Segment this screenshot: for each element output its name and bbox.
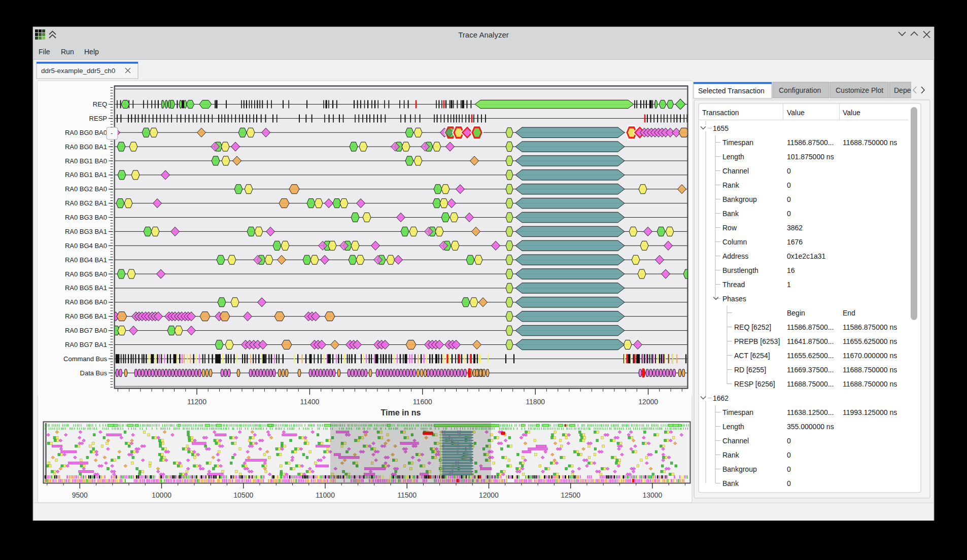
svg-text:11000: 11000 [316,491,335,499]
svg-text:Selected Transaction: Selected Transaction [698,87,765,95]
svg-text:1655: 1655 [713,124,729,132]
svg-text:RA0 BG6 BA0: RA0 BG6 BA0 [65,298,107,306]
svg-text:101.875000 ns: 101.875000 ns [787,153,834,161]
svg-text:11655.625000 ns: 11655.625000 ns [843,337,897,345]
svg-text:11200: 11200 [187,398,206,406]
svg-text:File: File [39,48,50,56]
svg-text:10000: 10000 [152,491,171,499]
svg-text:11688.750000 ns: 11688.750000 ns [843,138,897,147]
svg-text:11800: 11800 [526,398,545,406]
svg-text:Timespan: Timespan [722,408,753,416]
svg-text:RA0 BG4 BA1: RA0 BG4 BA1 [65,256,107,264]
svg-text:12000: 12000 [479,491,499,499]
svg-text:Bankgroup: Bankgroup [722,465,757,473]
svg-text:11638.12500...: 11638.12500... [787,408,834,416]
svg-text:0: 0 [787,195,791,203]
svg-text:REQ: REQ [93,100,107,108]
svg-text:0: 0 [787,437,791,445]
svg-text:Burstlength: Burstlength [722,266,758,274]
svg-text:-: - [111,129,113,137]
svg-text:11600: 11600 [413,398,432,406]
svg-text:11400: 11400 [300,398,319,406]
svg-text:11670.000000 ns: 11670.000000 ns [843,352,897,360]
svg-text:RA0 BG3 BA1: RA0 BG3 BA1 [65,228,107,235]
svg-text:11586.87500...: 11586.87500... [787,323,834,331]
svg-text:RA0 BG7 BA1: RA0 BG7 BA1 [65,341,107,348]
svg-text:RA0 BG3 BA0: RA0 BG3 BA0 [65,214,107,221]
svg-text:Rank: Rank [722,451,740,459]
svg-text:11993.125000 ns: 11993.125000 ns [843,408,897,416]
svg-text:RA0 BG0 BA0: RA0 BG0 BA0 [65,129,107,136]
svg-text:End: End [843,309,855,317]
svg-text:1: 1 [787,281,791,289]
svg-text:12500: 12500 [561,491,580,499]
svg-text:Value: Value [787,109,805,117]
svg-text:11500: 11500 [397,491,417,499]
svg-text:1662: 1662 [713,394,729,402]
svg-text:0: 0 [787,209,791,218]
svg-text:355.000000 ns: 355.000000 ns [787,423,834,431]
svg-text:RA0 BG6 BA1: RA0 BG6 BA1 [65,312,107,320]
svg-text:0: 0 [787,181,791,189]
svg-text:RA0 BG1 BA0: RA0 BG1 BA0 [65,157,107,165]
svg-text:RA0 BG0 BA1: RA0 BG0 BA1 [65,143,107,151]
svg-text:Column: Column [722,238,747,246]
svg-text:13000: 13000 [642,491,662,499]
svg-text:Channel: Channel [722,167,749,175]
svg-text:ddr5-example_ddr5_ch0: ddr5-example_ddr5_ch0 [41,67,115,75]
svg-text:0x1e2c1a31: 0x1e2c1a31 [787,252,826,260]
svg-text:Bank: Bank [722,209,739,218]
svg-text:9500: 9500 [72,491,88,499]
svg-text:RA0 BG2 BA1: RA0 BG2 BA1 [65,199,107,207]
svg-text:16: 16 [787,266,795,274]
svg-text:RESP: RESP [89,115,107,122]
svg-text:Time in ns: Time in ns [381,408,421,417]
svg-text:0: 0 [787,465,791,473]
svg-text:RA0 BG5 BA1: RA0 BG5 BA1 [65,284,107,292]
svg-text:0: 0 [787,451,791,459]
svg-text:0: 0 [787,479,791,487]
svg-text:Transaction: Transaction [702,109,739,117]
svg-text:11655.62500...: 11655.62500... [787,352,834,360]
svg-text:Rank: Rank [722,181,740,189]
svg-text:10500: 10500 [233,491,253,499]
svg-text:Phases: Phases [722,295,746,303]
svg-text:Timespan: Timespan [722,138,753,147]
svg-text:Address: Address [722,252,748,260]
svg-text:11688.750000 ns: 11688.750000 ns [843,366,897,374]
svg-text:RA0 BG2 BA0: RA0 BG2 BA0 [65,185,107,193]
svg-text:REQ [6252]: REQ [6252] [734,323,771,331]
svg-text:11669.37500...: 11669.37500... [787,366,834,374]
svg-text:Bankgroup: Bankgroup [722,195,757,203]
svg-text:3862: 3862 [787,224,803,232]
svg-text:Configuration: Configuration [779,86,821,94]
svg-text:Depe: Depe [894,86,911,94]
svg-text:11688.75000...: 11688.75000... [787,380,834,388]
svg-text:Bank: Bank [722,479,739,487]
svg-text:Customize Plot: Customize Plot [836,86,883,94]
svg-text:Begin: Begin [787,309,805,317]
svg-text:11586.87500...: 11586.87500... [787,138,834,147]
svg-text:Channel: Channel [722,437,749,445]
svg-text:12000: 12000 [638,398,658,406]
svg-text:Length: Length [722,423,744,431]
svg-text:RESP [6256]: RESP [6256] [734,380,775,388]
svg-text:11586.875000 ns: 11586.875000 ns [843,323,897,331]
svg-text:Thread: Thread [722,281,745,289]
svg-text:ACT [6254]: ACT [6254] [734,352,770,360]
svg-text:RA0 BG7 BA0: RA0 BG7 BA0 [65,327,107,334]
svg-text:11688.750000 ns: 11688.750000 ns [843,380,897,388]
svg-text:0: 0 [787,167,791,175]
svg-text:RA0 BG1 BA1: RA0 BG1 BA1 [65,171,107,179]
svg-text:Trace Analyzer: Trace Analyzer [458,30,509,39]
svg-text:RA0 BG5 BA0: RA0 BG5 BA0 [65,270,107,278]
svg-text:PREPB [6253]: PREPB [6253] [734,337,780,345]
svg-text:Run: Run [61,48,74,56]
svg-text:RD [6255]: RD [6255] [734,366,766,374]
svg-text:Help: Help [84,48,99,56]
svg-text:Command Bus: Command Bus [63,355,107,363]
svg-text:Value: Value [843,109,860,117]
svg-text:Row: Row [722,224,737,232]
svg-text:Length: Length [722,153,744,161]
svg-text:1676: 1676 [787,238,803,246]
